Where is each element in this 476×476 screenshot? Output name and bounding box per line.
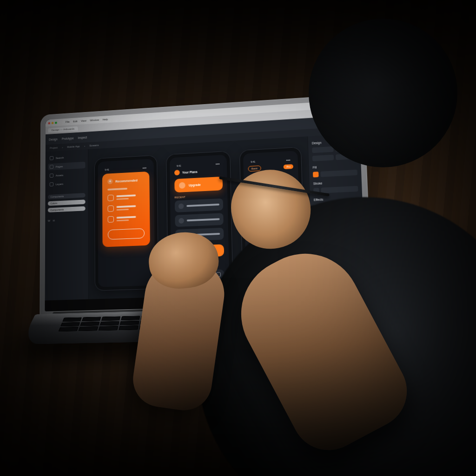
laptop-screen: File Edit View Window Help Design — Artb… <box>45 99 367 311</box>
spark-icon: ✦ <box>107 178 112 184</box>
window-controls[interactable] <box>48 121 57 124</box>
page-icon <box>50 165 53 169</box>
dock-app-icon[interactable] <box>175 298 182 305</box>
pill-colors[interactable]: Colors <box>48 199 86 205</box>
dock-app-icon[interactable] <box>219 297 225 304</box>
list-item[interactable] <box>108 215 145 223</box>
keyboard[interactable] <box>58 311 352 331</box>
left-panel: Search Pages Assets Layers <box>45 149 89 300</box>
dock-app-icon[interactable] <box>228 297 234 304</box>
dock-app-icon[interactable] <box>202 298 208 304</box>
maximize-icon[interactable] <box>55 121 57 124</box>
panel-fill-header: Fill <box>313 164 357 169</box>
pill-extra[interactable]: Components <box>48 206 86 212</box>
target-icon <box>252 179 258 186</box>
sidebar-item-layers[interactable]: Layers <box>48 179 86 188</box>
progress-ring <box>248 175 263 190</box>
mode-prototype[interactable]: Prototype <box>62 136 74 140</box>
fill-hex-field[interactable] <box>320 170 357 177</box>
sidebar-item-pages[interactable]: Pages <box>48 162 85 171</box>
right-panel: Design Fill Stroke Effects <box>307 133 366 293</box>
dock-app-icon[interactable] <box>184 298 191 304</box>
nav-home-icon[interactable] <box>179 273 184 278</box>
dim-h-label: H <box>53 219 55 222</box>
segment[interactable] <box>280 192 294 198</box>
trackpad[interactable] <box>156 329 246 338</box>
effect-field[interactable] <box>314 202 359 210</box>
upgrade-chip[interactable]: Upgrade <box>174 177 223 192</box>
dock-app-icon[interactable] <box>150 299 156 306</box>
search-icon <box>50 156 53 160</box>
plan-pro-pill[interactable]: Pro <box>284 164 293 169</box>
design-app: Design Prototype Inspect Share Play 100%… <box>45 115 366 300</box>
share-button[interactable]: Share <box>324 120 332 124</box>
segment[interactable] <box>264 192 278 199</box>
dock-app-icon[interactable] <box>167 299 173 305</box>
w-field[interactable] <box>312 155 334 161</box>
crumb-project[interactable]: Project <box>50 146 58 150</box>
search-row[interactable]: Search <box>48 153 85 162</box>
segment-on[interactable] <box>249 193 263 200</box>
panel-stroke-header: Stroke <box>313 180 358 185</box>
avatar-icon <box>363 276 368 279</box>
dock-app-icon[interactable] <box>246 297 252 304</box>
section-label: RECENT <box>174 194 223 199</box>
start-button[interactable]: Start <box>175 244 224 258</box>
crumb-page[interactable]: Screens <box>89 144 99 147</box>
h-field[interactable] <box>335 153 357 160</box>
artboard-home[interactable]: 9:41●●● Your Plans Upgrade <box>166 151 233 289</box>
play-button[interactable]: Play <box>337 120 343 124</box>
artboard-onboarding[interactable]: 9:41●●● ✦ Recommended <box>94 155 159 291</box>
list-item[interactable] <box>108 204 145 212</box>
nav-library-icon[interactable] <box>204 272 208 277</box>
pill-components[interactable]: Components <box>48 193 86 199</box>
workspace: Search Pages Assets Layers <box>45 133 366 301</box>
artboard-settings[interactable]: 9:41●●● Basic Pro <box>239 147 305 272</box>
continue-button[interactable] <box>108 228 145 240</box>
home-header: Your Plans <box>182 170 198 174</box>
fill-swatch[interactable] <box>313 172 319 178</box>
menu-edit[interactable]: Edit <box>73 120 78 123</box>
panel-effects-header: Effects <box>314 196 358 201</box>
x-field[interactable] <box>312 146 333 153</box>
segmented-control[interactable] <box>249 192 294 200</box>
canvas[interactable]: 9:41●●● ✦ Recommended <box>88 136 312 299</box>
laptop-lid: File Edit View Window Help Design — Artb… <box>40 93 372 317</box>
plan-basic-pill[interactable]: Basic <box>248 165 261 172</box>
onboarding-card: ✦ Recommended <box>102 172 150 247</box>
mode-inspect[interactable]: Inspect <box>78 136 87 139</box>
doc-icon <box>108 216 114 223</box>
menu-file[interactable]: File <box>66 120 70 123</box>
layers-icon <box>50 182 53 186</box>
mode-design[interactable]: Design <box>49 138 58 141</box>
minimize-icon[interactable] <box>52 122 54 124</box>
list-item[interactable] <box>175 228 224 242</box>
dock-app-icon[interactable] <box>211 298 217 304</box>
close-icon[interactable] <box>48 122 50 124</box>
nav-search-icon[interactable] <box>192 273 196 278</box>
zoom-level[interactable]: 100% <box>347 119 355 123</box>
crumb-file[interactable]: Mobile App <box>67 145 79 148</box>
list-item[interactable] <box>107 193 144 201</box>
dock-app-icon[interactable] <box>237 297 244 304</box>
doc-icon <box>108 205 114 212</box>
y-field[interactable] <box>335 145 357 152</box>
sidebar-item-assets[interactable]: Assets <box>48 171 85 179</box>
menu-view[interactable]: View <box>81 119 86 122</box>
stroke-swatch[interactable] <box>313 188 319 194</box>
panel-design-header: Design <box>312 139 356 145</box>
card-title: Recommended <box>115 178 138 183</box>
dock-app-icon[interactable] <box>193 298 199 304</box>
item-icon <box>178 218 184 224</box>
list-item[interactable] <box>174 198 223 212</box>
stat-box <box>273 201 295 216</box>
menu-window[interactable]: Window <box>90 119 99 122</box>
dock-app-icon[interactable] <box>158 299 165 305</box>
browser-tab[interactable]: Design — Artboards <box>48 126 78 132</box>
laptop: File Edit View Window Help Design — Artb… <box>40 93 376 382</box>
menu-help[interactable]: Help <box>103 118 108 121</box>
stroke-field[interactable] <box>321 186 358 193</box>
assets-icon <box>50 173 53 178</box>
nav-profile-icon[interactable] <box>216 272 221 277</box>
list-item[interactable] <box>175 213 224 227</box>
